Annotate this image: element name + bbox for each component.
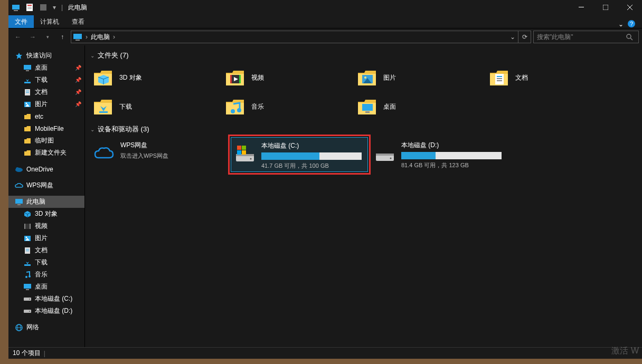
folder-icon [23, 112, 32, 121]
refresh-icon[interactable]: ⟳ [518, 31, 531, 43]
address-dropdown-icon[interactable]: ⌄ [507, 33, 518, 41]
picture-icon [23, 234, 32, 243]
svg-rect-70 [99, 111, 108, 113]
sidebar-item-quick[interactable]: 桌面📌 [8, 62, 84, 74]
folder-item[interactable]: 文档 [486, 63, 618, 92]
qat-properties-icon[interactable] [23, 1, 36, 14]
svg-rect-24 [26, 92, 29, 93]
search-icon[interactable] [626, 33, 638, 41]
sidebar-item-pc[interactable]: 本地磁盘 (D:) [8, 305, 84, 317]
drive-name: 本地磁盘 (C:) [261, 141, 365, 150]
cloud-icon [15, 165, 23, 174]
sidebar-item-pc[interactable]: 视频 [8, 220, 84, 232]
sidebar-item-quick[interactable]: 图片📌 [8, 98, 84, 110]
tab-view[interactable]: 查看 [65, 15, 91, 28]
sidebar-wps[interactable]: WPS网盘 [8, 179, 84, 191]
sidebar-item-label: 此电脑 [26, 197, 45, 206]
folder-icon [23, 124, 32, 133]
sidebar-onedrive[interactable]: OneDrive [8, 163, 84, 175]
download-icon [23, 76, 32, 84]
minimize-button[interactable] [569, 0, 593, 15]
ribbon-collapse-icon[interactable]: ⌄ [615, 21, 627, 28]
close-button[interactable] [618, 0, 642, 15]
sidebar-item-label: 视频 [35, 222, 48, 231]
download-icon [23, 258, 32, 267]
sidebar-item-pc[interactable]: 文档 [8, 244, 84, 256]
folder-item[interactable]: 下载 [90, 92, 222, 121]
sidebar-item-label: 下载 [35, 75, 48, 84]
folder-item[interactable]: 桌面 [354, 92, 486, 121]
folder-item[interactable]: 图片 [354, 63, 486, 92]
sidebar-item-pc[interactable]: 桌面 [8, 281, 84, 293]
sidebar-item-label: 音乐 [35, 270, 48, 279]
crumb-chevron-icon[interactable]: › [84, 33, 89, 41]
sidebar-item-label: 快速访问 [26, 51, 52, 60]
sidebar-item-label: MobileFile [35, 125, 64, 132]
search-input[interactable] [534, 33, 626, 41]
sidebar-item-label: 文档 [35, 246, 48, 255]
sidebar-item-pc[interactable]: 图片 [8, 232, 84, 244]
sidebar-item-pc[interactable]: 3D 对象 [8, 208, 84, 220]
drive-item[interactable]: 本地磁盘 (D:)81.4 GB 可用，共 123 GB [371, 137, 508, 172]
drive-subtitle: 双击进入WPS网盘 [120, 152, 225, 160]
drive-free: 41.7 GB 可用，共 100 GB [261, 162, 365, 170]
folder-label: 3D 对象 [119, 73, 142, 82]
title-separator: | [61, 4, 63, 11]
nav-forward-icon[interactable]: → [26, 31, 39, 43]
pin-icon: 📌 [75, 101, 81, 107]
group-header-folders[interactable]: ⌄ 文件夹 (7) [85, 47, 642, 63]
svg-rect-67 [497, 78, 502, 79]
sidebar-item-pc[interactable]: 音乐 [8, 269, 84, 281]
nav-back-icon[interactable]: ← [12, 31, 24, 43]
svg-rect-5 [27, 8, 32, 9]
sidebar-item-label: 新建文件夹 [35, 148, 67, 157]
sidebar-item-label: etc [35, 113, 43, 120]
drive-item[interactable]: 本地磁盘 (C:)41.7 GB 可用，共 100 GB [231, 137, 368, 172]
nav-up-icon[interactable]: ↑ [56, 31, 69, 43]
tab-file[interactable]: 文件 [8, 15, 34, 28]
svg-rect-35 [24, 224, 25, 229]
group-label: 文件夹 (7) [98, 51, 129, 60]
folder-item[interactable]: 3D 对象 [90, 63, 222, 92]
nav-recent-icon[interactable]: ▾ [41, 31, 54, 43]
svg-rect-23 [26, 91, 29, 91]
sidebar-item-quick[interactable]: 新建文件夹 [8, 147, 84, 159]
search-box[interactable] [533, 31, 639, 43]
group-header-drives[interactable]: ⌄ 设备和驱动器 (3) [85, 121, 642, 137]
qat-checkbox-icon[interactable] [37, 1, 50, 14]
folder-icon [93, 97, 114, 118]
sidebar-item-label: 图片 [35, 234, 48, 243]
sidebar-item-quick[interactable]: MobileFile [8, 122, 84, 135]
drive-name: WPS网盘 [120, 141, 225, 150]
sidebar-item-quick[interactable]: 文档📌 [8, 86, 84, 98]
title-bar: ▾ | 此电脑 [8, 0, 642, 15]
folder-item[interactable]: 音乐 [222, 92, 354, 121]
navigation-pane[interactable]: 快速访问 桌面📌下载📌文档📌图片📌etcMobileFile临时图新建文件夹 O… [8, 45, 85, 347]
sidebar-item-quick[interactable]: etc [8, 110, 84, 122]
sidebar-item-quick[interactable]: 下载📌 [8, 74, 84, 86]
sidebar-item-pc[interactable]: 下载 [8, 256, 84, 269]
address-row: ← → ▾ ↑ › 此电脑 › ⌄ ⟳ [8, 28, 642, 45]
svg-rect-79 [242, 146, 246, 150]
address-bar[interactable]: › 此电脑 › ⌄ ⟳ [71, 31, 531, 43]
sidebar-item-pc[interactable]: 本地磁盘 (C:) [8, 293, 84, 305]
folder-label: 音乐 [251, 102, 264, 111]
content-pane[interactable]: ⌄ 文件夹 (7) 3D 对象视频图片文档下载音乐桌面 ⌄ 设备和驱动器 (3)… [85, 45, 642, 347]
svg-rect-80 [237, 150, 241, 155]
crumb-chevron-icon[interactable]: › [112, 33, 116, 41]
drive-item[interactable]: WPS网盘双击进入WPS网盘 [90, 137, 228, 172]
folder-label: 下载 [119, 102, 132, 111]
breadcrumb[interactable]: 此电脑 [89, 33, 112, 42]
folder-item[interactable]: 视频 [222, 63, 354, 92]
3d-icon [23, 210, 32, 218]
sidebar-item-quick[interactable]: 临时图 [8, 135, 84, 147]
svg-rect-31 [17, 204, 21, 205]
svg-rect-4 [27, 7, 32, 7]
sidebar-quick-access[interactable]: 快速访问 [8, 50, 84, 62]
maximize-button[interactable] [593, 0, 618, 15]
sidebar-network[interactable]: 网络 [8, 321, 84, 333]
tab-computer[interactable]: 计算机 [34, 15, 65, 28]
sidebar-this-pc[interactable]: 此电脑 [8, 196, 84, 208]
help-icon[interactable]: ? [627, 20, 640, 28]
qat-dropdown-icon[interactable]: ▾ [51, 1, 58, 14]
